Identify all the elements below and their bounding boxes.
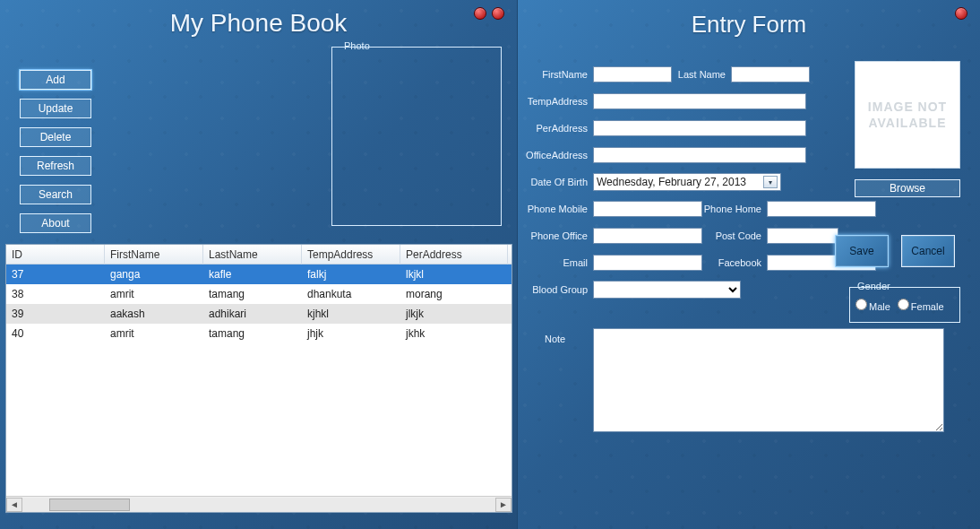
cell-per: lkjkl bbox=[400, 264, 508, 284]
cell-last: tamang bbox=[203, 324, 302, 343]
cell-temp: falkj bbox=[302, 264, 400, 284]
label-mobile: Phone Mobile bbox=[523, 204, 593, 214]
cell-first: amrit bbox=[105, 324, 203, 343]
cell-id: 38 bbox=[6, 284, 105, 304]
gender-group: Gender Male Female bbox=[849, 287, 960, 323]
form-actions: Save Cancel bbox=[835, 235, 955, 267]
table-row[interactable]: 38amrittamangdhankutamorang bbox=[6, 284, 511, 304]
cell-last: tamang bbox=[203, 284, 302, 304]
label-peraddress: PerAddress bbox=[523, 123, 593, 134]
officephone-field[interactable] bbox=[593, 228, 702, 244]
label-email: Email bbox=[523, 257, 593, 268]
app-title: My Phone Book bbox=[0, 0, 517, 38]
male-option[interactable]: Male bbox=[855, 299, 890, 312]
label-officephone: Phone Office bbox=[523, 230, 593, 241]
firstname-field[interactable] bbox=[593, 66, 672, 82]
update-button[interactable]: Update bbox=[20, 99, 91, 118]
delete-button[interactable]: Delete bbox=[20, 127, 91, 147]
cell-per: jlkjk bbox=[400, 304, 508, 324]
refresh-button[interactable]: Refresh bbox=[20, 156, 91, 176]
scroll-left-button[interactable]: ◄ bbox=[6, 498, 22, 512]
cell-first: ganga bbox=[105, 264, 203, 284]
cell-id: 39 bbox=[6, 304, 105, 324]
col-lastname[interactable]: LastName bbox=[203, 245, 302, 264]
cell-temp: jhjk bbox=[302, 324, 400, 343]
col-tempaddress[interactable]: TempAddress bbox=[302, 245, 400, 264]
horizontal-scrollbar[interactable]: ◄ ► bbox=[6, 496, 511, 512]
label-officeaddress: OfficeAddress bbox=[523, 150, 593, 160]
note-field[interactable] bbox=[593, 328, 944, 432]
window-control-dot[interactable] bbox=[492, 7, 504, 20]
table-row[interactable]: 39aakashadhikarikjhkljlkjk bbox=[6, 304, 511, 324]
photo-legend: Photo bbox=[341, 40, 373, 51]
contacts-grid[interactable]: ID FirstName LastName TempAddress PerAdd… bbox=[5, 244, 512, 513]
col-peraddress[interactable]: PerAddress bbox=[400, 245, 508, 264]
label-home: Phone Home bbox=[702, 204, 767, 214]
label-lastname: Last Name bbox=[672, 69, 731, 80]
cell-last: kafle bbox=[203, 264, 302, 284]
cell-first: aakash bbox=[105, 304, 203, 324]
window-control-dot[interactable] bbox=[474, 7, 486, 20]
dob-picker[interactable]: Wednesday, February 27, 2013 ▾ bbox=[593, 173, 781, 191]
table-row[interactable]: 40amrittamangjhjkjkhk bbox=[6, 324, 511, 343]
add-button[interactable]: Add bbox=[20, 70, 91, 90]
bloodgroup-select[interactable] bbox=[593, 281, 741, 299]
peraddress-field[interactable] bbox=[593, 120, 806, 136]
form-area: IMAGE NOT AVAILABLE Browse FirstName Las… bbox=[518, 54, 980, 303]
officeaddress-field[interactable] bbox=[593, 147, 806, 163]
label-note: Note bbox=[545, 334, 565, 344]
label-tempaddress: TempAddress bbox=[523, 96, 593, 107]
mobile-field[interactable] bbox=[593, 201, 702, 217]
cancel-button[interactable]: Cancel bbox=[901, 235, 955, 267]
scroll-right-button[interactable]: ► bbox=[495, 498, 511, 512]
cell-id: 37 bbox=[6, 264, 105, 284]
window-control-dot[interactable] bbox=[955, 7, 967, 20]
entry-form-panel: Entry Form IMAGE NOT AVAILABLE Browse Fi… bbox=[517, 0, 980, 529]
label-firstname: FirstName bbox=[523, 69, 593, 80]
dob-value: Wednesday, February 27, 2013 bbox=[597, 176, 746, 188]
tempaddress-field[interactable] bbox=[593, 93, 806, 109]
photo-placeholder-text: IMAGE NOT AVAILABLE bbox=[855, 99, 959, 131]
cell-first: amrit bbox=[105, 284, 203, 304]
lastname-field[interactable] bbox=[731, 66, 810, 82]
label-facebook: Facebook bbox=[702, 257, 767, 268]
col-id[interactable]: ID bbox=[6, 245, 105, 264]
label-dob: Date Of Birth bbox=[523, 177, 593, 187]
save-button[interactable]: Save bbox=[835, 235, 889, 267]
female-radio[interactable] bbox=[898, 299, 909, 310]
photo-frame: Photo bbox=[331, 47, 502, 226]
form-title: Entry Form bbox=[518, 0, 980, 39]
search-button[interactable]: Search bbox=[20, 185, 91, 204]
about-button[interactable]: About bbox=[20, 213, 91, 233]
cell-temp: dhankuta bbox=[302, 284, 400, 304]
cell-temp: kjhkl bbox=[302, 304, 400, 324]
scroll-thumb[interactable] bbox=[49, 499, 130, 511]
phonebook-panel: My Phone Book Add Update Delete Refresh … bbox=[0, 0, 517, 529]
female-option[interactable]: Female bbox=[898, 299, 944, 312]
col-firstname[interactable]: FirstName bbox=[105, 245, 203, 264]
photo-placeholder: IMAGE NOT AVAILABLE bbox=[855, 61, 960, 169]
label-gender: Gender bbox=[855, 281, 892, 291]
cell-per: morang bbox=[400, 284, 508, 304]
grid-body: 37gangakaflefalkjlkjkl38amrittamangdhank… bbox=[6, 264, 511, 494]
browse-button[interactable]: Browse bbox=[855, 179, 960, 197]
label-postcode: Post Code bbox=[702, 230, 767, 241]
cell-last: adhikari bbox=[203, 304, 302, 324]
cell-id: 40 bbox=[6, 324, 105, 343]
grid-header-row: ID FirstName LastName TempAddress PerAdd… bbox=[6, 245, 511, 264]
label-bloodgroup: Blood Group bbox=[523, 284, 593, 295]
side-button-group: Add Update Delete Refresh Search About bbox=[20, 70, 91, 233]
table-row[interactable]: 37gangakaflefalkjlkjkl bbox=[6, 264, 511, 284]
postcode-field[interactable] bbox=[767, 228, 838, 244]
calendar-dropdown-icon[interactable]: ▾ bbox=[763, 176, 778, 188]
homephone-field[interactable] bbox=[767, 201, 876, 217]
scroll-track[interactable] bbox=[22, 498, 495, 512]
email-field[interactable] bbox=[593, 255, 702, 271]
male-radio[interactable] bbox=[855, 299, 867, 310]
cell-per: jkhk bbox=[400, 324, 508, 343]
